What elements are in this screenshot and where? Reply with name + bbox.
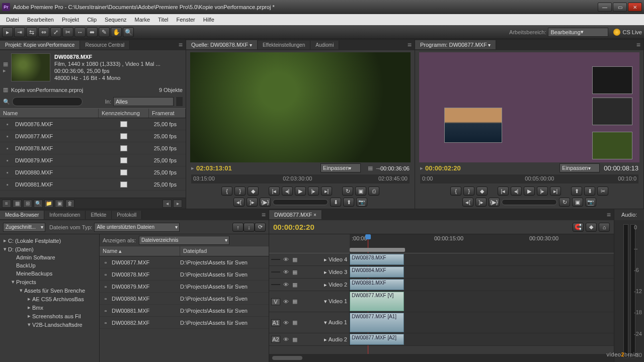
tree-item[interactable]: ▸C: (Lokale Festplatte) <box>0 236 99 245</box>
menu-bearbeiten[interactable]: Bearbeiten <box>23 16 58 24</box>
step-back-icon[interactable]: ◂| <box>282 187 293 196</box>
selection-tool-icon[interactable]: ▸ <box>2 27 13 37</box>
tree-item[interactable]: MeineBackups <box>0 269 99 278</box>
tree-item[interactable]: ▾V2B-Landschaftsdre <box>0 320 99 329</box>
menu-datei[interactable]: Datei <box>2 16 23 24</box>
eye-icon[interactable]: 👁 <box>282 256 289 262</box>
list-item[interactable]: ▪DW00879.MXF25,00 fps <box>0 154 186 166</box>
list-item[interactable]: ▪DW00881.MXF25,00 fps <box>0 178 186 191</box>
track-header[interactable]: 👁▦▸ Video 4 <box>269 253 350 265</box>
track[interactable]: 👁▦▸ Video 2DW00881.MXF <box>269 279 614 291</box>
track-header[interactable]: 👁▦▸ Video 2 <box>269 279 350 291</box>
track-header[interactable]: A1👁▦▾ Audio 1 <box>269 312 350 333</box>
goto-in-icon[interactable]: |◂ <box>269 187 280 196</box>
track[interactable]: A2👁▦▸ Audio 2DW00877.MXF [A2] <box>269 333 614 346</box>
view-dropdown[interactable]: Zugeschnitt... <box>3 223 45 232</box>
eye-icon[interactable]: 👁 <box>282 336 289 342</box>
track[interactable]: 👁▦▸ Video 3DW00884.MXF <box>269 266 614 279</box>
insert-icon[interactable]: ⬇ <box>330 198 341 207</box>
list-view-icon[interactable]: ≡ <box>2 200 11 208</box>
extract-icon[interactable]: ⬇ <box>584 187 595 196</box>
tab-audio-mixer[interactable]: Audiomi <box>310 41 339 49</box>
timeline-tracks[interactable]: 👁▦▸ Video 4DW00878.MXF👁▦▸ Video 3DW00884… <box>269 253 614 354</box>
next-edit-icon[interactable]: }▸ <box>247 198 258 207</box>
clip[interactable]: DW00881.MXF <box>350 279 404 290</box>
tab-protokoll[interactable]: Protokoll <box>112 211 142 219</box>
prev-edit-icon[interactable]: ◂{ <box>233 198 245 207</box>
menu-clip[interactable]: Clip <box>83 16 101 24</box>
tree-item[interactable]: ▾Assets für Sven Brenche <box>0 286 99 295</box>
menu-marke[interactable]: Marke <box>131 16 154 24</box>
maximize-button[interactable]: ▭ <box>613 3 627 12</box>
tab-mediabrowser[interactable]: Media-Browser <box>0 211 44 219</box>
panel-menu-icon[interactable]: ≡ <box>176 41 186 49</box>
eye-icon[interactable]: 👁 <box>282 299 289 305</box>
col-file-name[interactable]: Name ▴ <box>100 246 180 256</box>
tab-effekte[interactable]: Effekte <box>86 211 112 219</box>
list-item[interactable]: ▪DW00878.MXF25,00 fps <box>0 142 186 154</box>
tree-item[interactable]: BackUp <box>0 261 99 269</box>
snap-icon[interactable]: 🧲 <box>573 223 584 232</box>
work-area-bar[interactable] <box>350 248 405 252</box>
tree-item[interactable]: ▸Bmx <box>0 303 99 312</box>
track-select-tool-icon[interactable]: ⇥ <box>14 27 25 37</box>
prev-edit-icon[interactable]: ◂{ <box>462 198 473 207</box>
tab-project[interactable]: Projekt: Kopie vonPerformance <box>0 41 80 49</box>
tab-informationen[interactable]: Informationen <box>44 211 86 219</box>
safe-margin-icon[interactable]: ▣ <box>355 187 366 196</box>
loop-icon[interactable]: ↻ <box>342 187 353 196</box>
menu-fenster[interactable]: Fenster <box>172 16 199 24</box>
file-row[interactable]: ▫DW00878.MXFD:\Projects\Assets für Sven <box>100 268 269 281</box>
slide-tool-icon[interactable]: ⬌ <box>87 27 98 37</box>
play-icon[interactable]: ▶ <box>295 187 306 196</box>
tree-item[interactable]: ▾D: (Daten) <box>0 245 99 253</box>
file-row[interactable]: ▫DW00880.MXFD:\Projects\Assets für Sven <box>100 293 269 305</box>
in-point-icon[interactable]: ▸ <box>191 165 194 171</box>
export-frame-icon[interactable]: 📷 <box>585 198 596 207</box>
folder-tree[interactable]: ▸C: (Lokale Festplatte)▾D: (Daten)Admin … <box>0 234 100 362</box>
panel-menu-icon[interactable]: ≡ <box>633 41 643 49</box>
lock-icon[interactable]: ▦ <box>291 256 298 263</box>
file-list[interactable]: ▫DW00877.MXFD:\Projects\Assets für Sven▫… <box>100 256 269 362</box>
show-as-dropdown[interactable]: Dateiverzeichnis <box>139 236 229 245</box>
shuttle-slider[interactable] <box>502 199 557 205</box>
tree-item[interactable]: ▾Projects <box>0 278 99 286</box>
track-header[interactable]: A2👁▦▸ Audio 2 <box>269 333 350 345</box>
ripple-tool-icon[interactable]: ⇆ <box>26 27 37 37</box>
lock-icon[interactable]: ▦ <box>291 269 298 276</box>
source-video[interactable] <box>190 52 411 162</box>
eye-icon[interactable]: 👁 <box>282 282 289 288</box>
tab-sequence[interactable]: DW00877.MXF × <box>269 210 322 219</box>
panel-menu-icon[interactable]: ≡ <box>604 211 614 219</box>
tab-source[interactable]: Quelle: DW00878.MXF ▾ <box>186 40 258 49</box>
step-fwd-icon[interactable]: |▸ <box>537 187 548 196</box>
minimize-button[interactable]: — <box>598 3 612 12</box>
col-framerate[interactable]: Framerat <box>149 109 186 118</box>
timeline-timecode[interactable]: 00:00:02:20 <box>273 223 314 231</box>
file-row[interactable]: ▫DW00877.MXFD:\Projects\Assets für Sven <box>100 256 269 268</box>
set-out-icon[interactable]: } <box>234 187 246 196</box>
col-tag[interactable]: Kennzeichnung <box>99 109 149 118</box>
play-preview-icon[interactable]: ▸ <box>3 67 8 74</box>
new-item-icon[interactable]: ▣ <box>55 200 64 208</box>
track-body[interactable]: DW00877.MXF [A1] <box>350 312 614 333</box>
in-dropdown[interactable]: Alles <box>113 97 174 106</box>
track-header[interactable]: V👁▦▾ Video 1 <box>269 291 350 312</box>
program-video[interactable] <box>419 52 639 162</box>
eye-icon[interactable]: 👁 <box>282 269 289 275</box>
play-inout-icon[interactable]: {▶} <box>489 198 500 207</box>
play-inout-icon[interactable]: {▶} <box>260 198 271 207</box>
marker-icon[interactable]: ◆ <box>248 187 259 196</box>
hand-tool-icon[interactable]: ✋ <box>111 27 122 37</box>
marker-icon[interactable]: ◆ <box>586 223 597 232</box>
panel-menu-icon[interactable]: ≡ <box>405 41 415 49</box>
zoom-tool-icon[interactable]: 🔍 <box>123 27 134 37</box>
pen-tool-icon[interactable]: ✎ <box>99 27 110 37</box>
clip[interactable]: DW00877.MXF [V] <box>350 292 404 311</box>
find-icon[interactable]: 🔍 <box>34 200 43 208</box>
track-body[interactable]: DW00878.MXF <box>350 253 614 265</box>
track-body[interactable]: DW00877.MXF [V] <box>350 291 614 312</box>
track[interactable]: V👁▦▾ Video 1DW00877.MXF [V] <box>269 291 614 312</box>
trim-icon[interactable]: ✂ <box>597 187 608 196</box>
sync-lock-icon[interactable]: ⌂ <box>599 223 610 232</box>
